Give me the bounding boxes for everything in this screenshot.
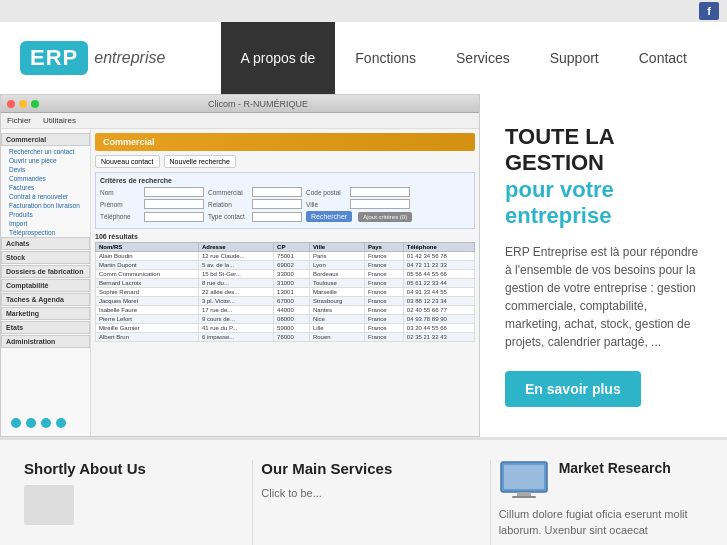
- input-ville[interactable]: [350, 199, 410, 209]
- table-row[interactable]: Sophie Renard22 allée des...13001Marseil…: [96, 288, 475, 297]
- monitor-icon: [499, 460, 549, 500]
- close-dot: [7, 100, 15, 108]
- services-text: Click to be...: [261, 485, 465, 502]
- nav-fonctions[interactable]: Fonctions: [335, 22, 436, 94]
- input-codepostal[interactable]: [350, 187, 410, 197]
- crm-toolbar: Nouveau contact Nouvelle recherche: [95, 155, 475, 168]
- label-commercial: Commercial: [208, 189, 248, 196]
- col-ville[interactable]: Ville: [309, 243, 364, 252]
- results-table: Nom/RS Adresse CP Ville Pays Téléphone A…: [95, 242, 475, 342]
- col-pays[interactable]: Pays: [364, 243, 403, 252]
- content-header: Commercial: [95, 133, 475, 151]
- input-prenom[interactable]: [144, 199, 204, 209]
- sidebar-section-dossiers[interactable]: Dossiers de fabrication: [1, 265, 90, 278]
- logo-erp: ERP: [20, 41, 88, 75]
- nouvelle-recherche-btn[interactable]: Nouvelle recherche: [164, 155, 236, 168]
- label-codepostal: Code postal: [306, 189, 346, 196]
- sidebar-section-stock[interactable]: Stock: [1, 251, 90, 264]
- window-title: Clicom - R-NUMÉRIQUE: [43, 99, 473, 109]
- col-nomrs[interactable]: Nom/RS: [96, 243, 199, 252]
- label-ville: Ville: [306, 201, 346, 208]
- sidebar-item-produits[interactable]: Produits: [1, 210, 90, 219]
- table-row[interactable]: Albert Brun6 impasse...76000RouenFrance0…: [96, 333, 475, 342]
- table-row[interactable]: Bernard Lacroix8 rue du...31000ToulouseF…: [96, 279, 475, 288]
- input-nom[interactable]: [144, 187, 204, 197]
- input-telephone[interactable]: [144, 212, 204, 222]
- market-research-col: Market Research Cillum dolore fugiat ofi…: [490, 460, 711, 545]
- table-row[interactable]: Martin Dupont5 av. de la...69002LyonFran…: [96, 261, 475, 270]
- nav-apropos[interactable]: A propos de: [221, 22, 336, 94]
- label-typecontact: Type contact: [208, 213, 248, 220]
- menu-fichier[interactable]: Fichier: [7, 116, 31, 125]
- results-count: 106 résultats: [95, 233, 475, 240]
- minimize-dot: [19, 100, 27, 108]
- col-adresse[interactable]: Adresse: [198, 243, 273, 252]
- logo-text: entreprise: [94, 49, 165, 67]
- hero-section: Clicom - R-NUMÉRIQUE Fichier Utilitaires…: [0, 94, 727, 437]
- nav-contact[interactable]: Contact: [619, 22, 707, 94]
- services-col: Our Main Services Click to be...: [252, 460, 473, 545]
- search-area: Critères de recherche Nom Commercial Cod…: [95, 172, 475, 229]
- sidebar-section-administration[interactable]: Administration: [1, 335, 90, 348]
- sidebar-item-contrat[interactable]: Contrat à renouveler: [1, 192, 90, 201]
- hero-text: TOUTE LA GESTION pour votre entreprise E…: [480, 94, 727, 437]
- carousel-dots: [11, 418, 66, 428]
- hero-title-sub: pour votre entreprise: [505, 177, 702, 229]
- menu-utilitaires[interactable]: Utilitaires: [43, 116, 76, 125]
- en-savoir-plus-button[interactable]: En savoir plus: [505, 371, 641, 407]
- sidebar-section-marketing[interactable]: Marketing: [1, 307, 90, 320]
- select-relation[interactable]: [252, 199, 302, 209]
- sidebar-item-commandes[interactable]: Commandes: [1, 174, 90, 183]
- crm-screenshot: Clicom - R-NUMÉRIQUE Fichier Utilitaires…: [0, 94, 480, 437]
- dot-3[interactable]: [41, 418, 51, 428]
- dot-2[interactable]: [26, 418, 36, 428]
- col-cp[interactable]: CP: [274, 243, 310, 252]
- market-header: Market Research: [499, 460, 703, 500]
- facebook-icon[interactable]: f: [699, 2, 719, 20]
- select-commercial[interactable]: [252, 187, 302, 197]
- label-telephone: Téléphone: [100, 213, 140, 220]
- sidebar-item-factures[interactable]: Factures: [1, 183, 90, 192]
- sidebar-item-rechercher[interactable]: Rechercher un contact: [1, 147, 90, 156]
- rechercher-btn[interactable]: Rechercher: [306, 211, 352, 222]
- ajout-criteres-btn[interactable]: Ajout critères (0): [358, 212, 412, 222]
- bottom-section: Shortly About Us Our Main Services Click…: [0, 437, 727, 545]
- table-row[interactable]: Mireille Garnier41 rue du P...59000Lille…: [96, 324, 475, 333]
- about-text: [24, 485, 228, 525]
- sidebar-item-import[interactable]: Import: [1, 219, 90, 228]
- table-row[interactable]: Jacques Morel3 pl. Victor...67000Strasbo…: [96, 297, 475, 306]
- crm-main: Commercial Nouveau contact Nouvelle rech…: [91, 129, 479, 436]
- sidebar-section-etats[interactable]: Etats: [1, 321, 90, 334]
- label-prenom: Prénom: [100, 201, 140, 208]
- header: ERP entreprise A propos de Fonctions Ser…: [0, 22, 727, 94]
- col-telephone[interactable]: Téléphone: [403, 243, 474, 252]
- sidebar-section-achats[interactable]: Achats: [1, 237, 90, 250]
- sidebar-section-comptabilite[interactable]: Comptabilité: [1, 279, 90, 292]
- sidebar-item-ouvrir[interactable]: Ouvrir une pièce: [1, 156, 90, 165]
- sidebar-item-teleprospection[interactable]: Téléprospection: [1, 228, 90, 237]
- table-row[interactable]: Comm Communication15 bd St-Ger...33000Bo…: [96, 270, 475, 279]
- top-bar: f: [0, 0, 727, 22]
- about-us-col: Shortly About Us: [16, 460, 236, 545]
- services-title: Our Main Services: [261, 460, 465, 477]
- hero-title-main: TOUTE LA GESTION: [505, 124, 702, 177]
- svg-rect-2: [517, 492, 531, 496]
- table-row[interactable]: Pierre Lefort9 cours de...06000NiceFranc…: [96, 315, 475, 324]
- market-text: Cillum dolore fugiat oficia eserunt moli…: [499, 506, 703, 539]
- table-row[interactable]: Isabelle Faure17 rue de...44000NantesFra…: [96, 306, 475, 315]
- dot-1[interactable]: [11, 418, 21, 428]
- sidebar-item-devis[interactable]: Devis: [1, 165, 90, 174]
- maximize-dot: [31, 100, 39, 108]
- dot-4[interactable]: [56, 418, 66, 428]
- table-row[interactable]: Alain Boudin12 rue Claude...75001ParisFr…: [96, 252, 475, 261]
- sidebar-section-taches[interactable]: Taches & Agenda: [1, 293, 90, 306]
- label-nom: Nom: [100, 189, 140, 196]
- sidebar-section-commercial[interactable]: Commercial: [1, 133, 90, 146]
- main-nav: A propos de Fonctions Services Support C…: [221, 22, 707, 94]
- nav-services[interactable]: Services: [436, 22, 530, 94]
- nav-support[interactable]: Support: [530, 22, 619, 94]
- select-typecontact[interactable]: [252, 212, 302, 222]
- nouveau-contact-btn[interactable]: Nouveau contact: [95, 155, 160, 168]
- crm-sidebar: Commercial Rechercher un contact Ouvrir …: [1, 129, 91, 436]
- sidebar-item-facturation[interactable]: Facturation bon livraison: [1, 201, 90, 210]
